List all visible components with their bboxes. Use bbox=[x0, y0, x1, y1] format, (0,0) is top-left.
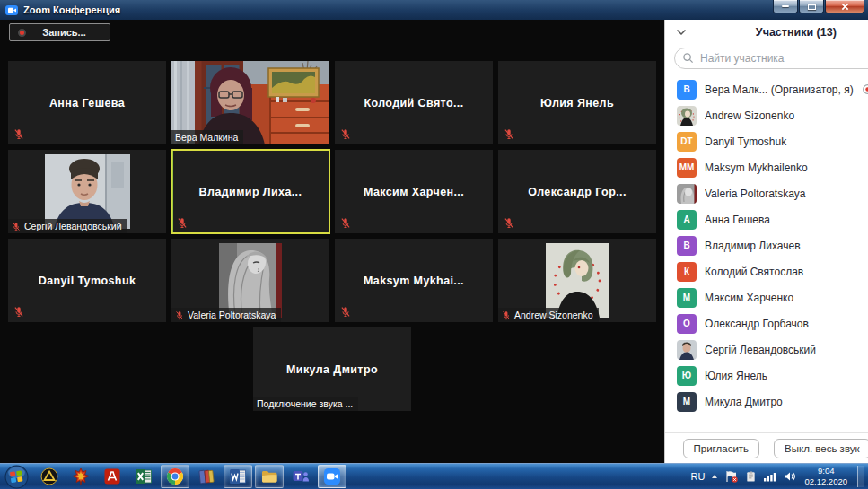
window-title: Zoom Конференция bbox=[23, 4, 120, 15]
window-titlebar: Zoom Конференция bbox=[0, 0, 868, 20]
avatar-photo bbox=[677, 184, 697, 204]
maximize-button[interactable] bbox=[799, 0, 824, 13]
muted-mic-icon bbox=[13, 306, 24, 318]
show-desktop-button[interactable] bbox=[857, 466, 864, 487]
video-tile[interactable]: Maksym Mykhai... bbox=[335, 239, 493, 322]
tile-name-label: Вера Малкина bbox=[171, 130, 243, 144]
mute-all-button[interactable]: Выкл. весь звук bbox=[774, 439, 868, 458]
participant-list: В Вера Малк... (Организатор, я) Andrew S… bbox=[665, 74, 868, 432]
video-grid: Анна Гешева bbox=[0, 61, 664, 411]
avatar: Ю bbox=[677, 366, 697, 386]
clock[interactable]: 9:04 02.12.2020 bbox=[804, 466, 847, 487]
chevron-down-icon[interactable] bbox=[676, 29, 687, 36]
video-tile-andrew-photo[interactable]: Andrew Sizonenko bbox=[498, 239, 656, 322]
record-dot-icon bbox=[18, 29, 26, 37]
taskbar-acrobat-icon[interactable] bbox=[98, 465, 127, 488]
participant-name: Andrew Sizonenko bbox=[514, 310, 593, 320]
profile-photo bbox=[546, 243, 609, 318]
video-tile[interactable]: Колодий Свято... bbox=[335, 61, 493, 144]
video-tile-active-speaker[interactable]: Владимир Лиха... bbox=[171, 150, 329, 233]
invite-button[interactable]: Пригласить bbox=[683, 439, 760, 458]
participant-name: Микула Дмитро bbox=[705, 396, 868, 408]
participant-row[interactable]: О Олександр Горбачов bbox=[665, 310, 868, 336]
participant-name: Вера Малк... (Организатор, я) bbox=[705, 83, 854, 96]
language-indicator[interactable]: RU bbox=[691, 471, 706, 482]
video-tile-vera-video[interactable]: Вера Малкина bbox=[171, 61, 329, 144]
start-button[interactable] bbox=[4, 465, 29, 489]
search-input[interactable] bbox=[674, 48, 868, 69]
participant-name: Danyil Tymoshuk bbox=[705, 135, 868, 148]
participant-name: Юлия Янель bbox=[535, 97, 619, 109]
participant-name: Микула Дмитро bbox=[281, 363, 383, 376]
taskbar-file-explorer-icon[interactable] bbox=[255, 465, 284, 488]
participant-name: Valeria Poltoratskaya bbox=[705, 188, 868, 200]
speaker-icon[interactable] bbox=[784, 471, 796, 482]
participant-row[interactable]: Valeria Poltoratskaya bbox=[665, 180, 868, 206]
avatar: К bbox=[677, 262, 697, 282]
participant-name: Анна Гешева bbox=[705, 214, 868, 226]
video-grid-area: Запись... Анна Гешева bbox=[0, 20, 664, 463]
participant-name: Valeria Poltoratskaya bbox=[188, 310, 276, 320]
recording-indicator[interactable]: Запись... bbox=[9, 23, 110, 41]
participant-row[interactable]: М Микула Дмитро bbox=[665, 389, 868, 415]
video-tile-sergiy-photo[interactable]: Сергій Левандовський bbox=[8, 150, 166, 233]
video-tile-valeria-photo[interactable]: Valeria Poltoratskaya bbox=[171, 239, 329, 322]
participants-footer: Пригласить Выкл. весь звук ... bbox=[665, 432, 868, 463]
action-center-flag-icon[interactable] bbox=[724, 470, 739, 483]
participant-row[interactable]: К Колодий Святослав bbox=[665, 258, 868, 284]
date: 02.12.2020 bbox=[804, 476, 847, 487]
recording-label: Запись... bbox=[26, 27, 110, 38]
participant-name: Сергій Левандовський bbox=[24, 221, 122, 231]
close-button[interactable] bbox=[825, 0, 864, 13]
participant-row[interactable]: Сергій Левандовський bbox=[665, 336, 868, 362]
participant-name: Владимир Лихачев bbox=[705, 240, 868, 252]
tile-name-label: Andrew Sizonenko bbox=[498, 308, 599, 322]
participant-row[interactable]: М Максим Харченко bbox=[665, 284, 868, 310]
taskbar-excel-icon[interactable] bbox=[129, 465, 158, 488]
taskbar-word-icon[interactable] bbox=[224, 465, 252, 488]
video-tile[interactable]: Анна Гешева bbox=[8, 61, 166, 144]
participant-name: Maksym Mykhai... bbox=[358, 275, 469, 287]
participant-row[interactable]: DT Danyil Tymoshuk bbox=[665, 128, 868, 154]
participant-name: Анна Гешева bbox=[44, 97, 130, 109]
tile-name-label: Valeria Poltoratskaya bbox=[171, 308, 281, 322]
participant-search bbox=[674, 48, 868, 69]
hidden-icons-arrow[interactable] bbox=[711, 474, 718, 479]
video-tile[interactable]: Юлия Янель bbox=[498, 61, 656, 144]
muted-mic-icon bbox=[340, 128, 351, 140]
clipboard-tray-icon[interactable] bbox=[745, 470, 757, 483]
participant-row[interactable]: А Анна Гешева bbox=[665, 206, 868, 232]
muted-mic-icon bbox=[177, 217, 188, 229]
taskbar-daemon-tools-icon[interactable] bbox=[35, 465, 64, 488]
tile-name-label: Сергій Левандовський bbox=[8, 219, 127, 233]
video-tile[interactable]: Олександр Гор... bbox=[498, 150, 656, 233]
taskbar-chrome-icon[interactable] bbox=[161, 465, 189, 488]
taskbar-teams-icon[interactable] bbox=[286, 465, 315, 488]
avatar-photo bbox=[677, 106, 697, 126]
video-tile[interactable]: Максим Харчен... bbox=[335, 150, 493, 233]
participant-row[interactable]: В Владимир Лихачев bbox=[665, 232, 868, 258]
muted-mic-icon bbox=[340, 217, 351, 229]
recording-indicator-icon bbox=[862, 83, 868, 95]
taskbar-maple-icon[interactable] bbox=[66, 465, 95, 488]
participant-name: Maksym Mykhailenko bbox=[705, 162, 868, 174]
participant-row[interactable]: MM Maksym Mykhailenko bbox=[665, 154, 868, 180]
network-signal-icon[interactable] bbox=[763, 471, 777, 482]
minimize-button[interactable] bbox=[773, 0, 798, 13]
time: 9:04 bbox=[804, 466, 847, 476]
participant-row[interactable]: Andrew Sizonenko bbox=[665, 102, 868, 128]
video-tile[interactable]: Danyil Tymoshuk bbox=[8, 239, 166, 322]
participant-name: Юлия Янель bbox=[705, 370, 868, 382]
taskbar-zoom-icon[interactable] bbox=[318, 465, 346, 488]
participant-row[interactable]: Ю Юлия Янель bbox=[665, 362, 868, 389]
participant-name: Сергій Левандовський bbox=[705, 344, 868, 356]
muted-mic-icon bbox=[502, 310, 511, 320]
participant-row[interactable]: В Вера Малк... (Организатор, я) bbox=[665, 76, 868, 102]
muted-mic-icon bbox=[340, 306, 351, 318]
avatar: В bbox=[677, 80, 697, 100]
avatar: DT bbox=[677, 132, 697, 152]
video-tile-joining-audio[interactable]: Микула Дмитро Подключение звука ... bbox=[253, 327, 411, 411]
participants-header: Участники (13) bbox=[665, 20, 868, 45]
taskbar-winrar-icon[interactable] bbox=[192, 465, 221, 488]
avatar: О bbox=[677, 314, 697, 334]
